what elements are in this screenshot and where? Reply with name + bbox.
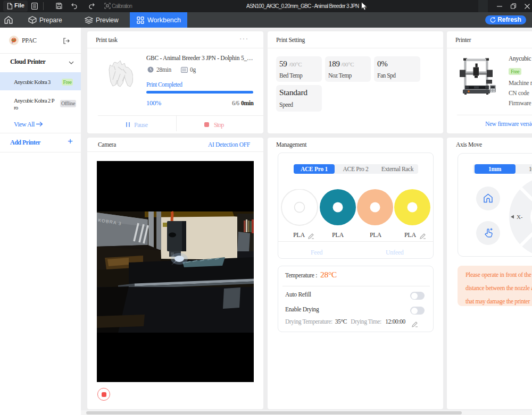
svg-text:X-: X-: [517, 214, 523, 220]
